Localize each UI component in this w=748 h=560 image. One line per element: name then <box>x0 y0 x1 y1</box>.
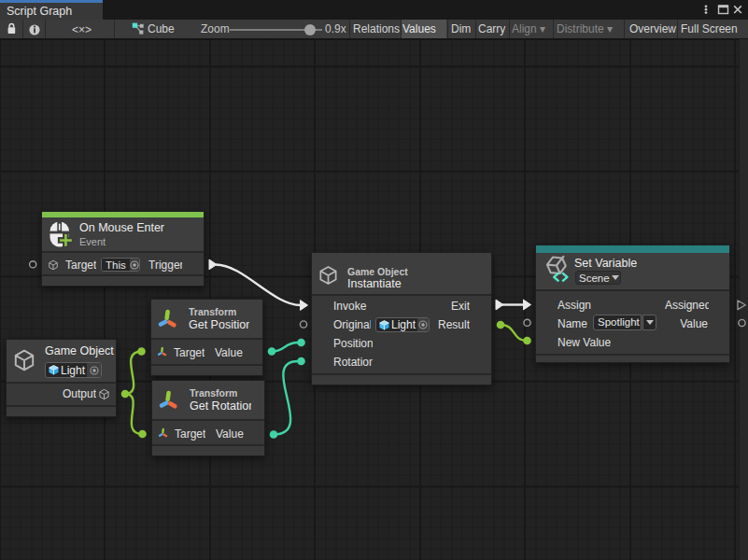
svg-text:<×>: <×> <box>72 23 92 36</box>
